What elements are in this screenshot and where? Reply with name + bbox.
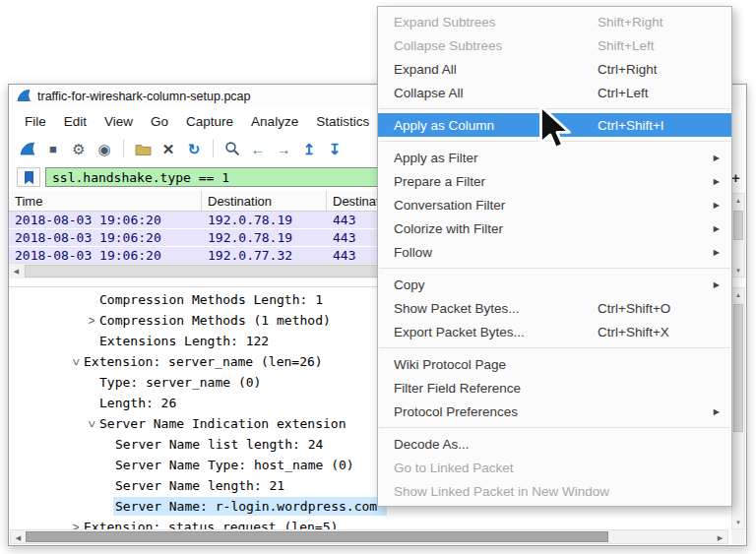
collapsed-expander-icon[interactable] (84, 314, 99, 328)
context-menu: Expand SubtreesShift+Right Collapse Subt… (377, 6, 732, 507)
capture-options-icon[interactable]: ⚙ (70, 139, 88, 158)
find-packet-icon[interactable] (223, 139, 241, 158)
cell-time: 2018-08-03 19:06:20 (9, 247, 202, 263)
reload-icon[interactable]: ↻ (185, 139, 203, 158)
submenu-arrow-icon: ▶ (710, 280, 720, 289)
menu-item-filter-field-reference[interactable]: Filter Field Reference (378, 376, 731, 400)
submenu-arrow-icon: ▶ (710, 201, 720, 210)
menu-item-prepare-a-filter[interactable]: Prepare a Filter▶ (378, 169, 731, 193)
open-file-icon[interactable] (134, 139, 152, 158)
menu-item-collapse-subtrees[interactable]: Collapse SubtreesShift+Left (378, 33, 731, 57)
cell-time: 2018-08-03 19:06:20 (9, 212, 202, 228)
menu-item-apply-as-filter[interactable]: Apply as Filter▶ (378, 146, 731, 169)
submenu-arrow-icon: ▶ (710, 224, 720, 233)
cell-destination: 192.0.78.19 (202, 212, 327, 228)
menu-item-expand-all[interactable]: Expand AllCtrl+Right (378, 57, 731, 81)
start-capture-icon[interactable] (19, 139, 36, 158)
menu-item-export-packet-bytes[interactable]: Export Packet Bytes...Ctrl+Shift+X (378, 320, 731, 343)
menu-separator (379, 347, 730, 348)
go-back-icon[interactable]: ← (249, 139, 267, 158)
column-header-time[interactable]: Time (9, 191, 202, 211)
go-forward-icon[interactable]: → (275, 139, 292, 158)
scroll-down-icon[interactable]: ▼ (732, 264, 744, 277)
wireshark-logo-icon (16, 88, 32, 106)
filter-bookmark-icon[interactable] (17, 167, 40, 187)
menu-statistics[interactable]: Statistics (307, 111, 378, 132)
stop-capture-icon[interactable]: ■ (44, 139, 62, 158)
detail-hscrollbar[interactable]: ◀ ▶ (10, 529, 728, 544)
menu-item-go-to-linked-packet[interactable]: Go to Linked Packet (378, 456, 731, 479)
column-header-destination[interactable]: Destination (202, 191, 327, 211)
menu-item-protocol-preferences[interactable]: Protocol Preferences▶ (378, 400, 731, 423)
menu-item-copy[interactable]: Copy▶ (378, 273, 731, 296)
go-last-icon[interactable]: ↧ (326, 139, 344, 158)
menu-view[interactable]: View (95, 111, 142, 132)
toolbar-separator (123, 140, 124, 157)
go-first-icon[interactable]: ↥ (300, 139, 318, 158)
scroll-left-icon[interactable]: ◀ (9, 264, 24, 278)
scrollbar-corner (731, 529, 745, 544)
menu-capture[interactable]: Capture (177, 111, 242, 132)
menu-item-wiki-protocol-page[interactable]: Wiki Protocol Page (378, 352, 731, 376)
menu-separator (379, 141, 730, 142)
menu-item-conversation-filter[interactable]: Conversation Filter▶ (378, 193, 731, 216)
close-file-icon[interactable]: ✕ (159, 139, 177, 158)
menu-analyze[interactable]: Analyze (242, 111, 307, 132)
menu-item-expand-subtrees[interactable]: Expand SubtreesShift+Right (378, 10, 731, 33)
scrollbar-thumb[interactable] (733, 211, 743, 240)
expanded-expander-icon[interactable] (68, 355, 84, 369)
submenu-arrow-icon: ▶ (710, 177, 720, 186)
cell-destination: 192.0.77.32 (202, 247, 327, 263)
window-title: traffic-for-wireshark-column-setup.pcap (37, 90, 251, 103)
menu-item-follow[interactable]: Follow▶ (378, 240, 731, 264)
scroll-down-icon[interactable]: ▼ (732, 516, 744, 528)
cell-time: 2018-08-03 19:06:20 (9, 229, 202, 246)
menu-item-decode-as[interactable]: Decode As... (378, 432, 731, 456)
submenu-arrow-icon: ▶ (710, 248, 720, 257)
menu-go[interactable]: Go (142, 111, 177, 132)
tree-item-extension-status-request[interactable]: Extension: status_request (len=5) (9, 517, 731, 530)
scroll-left-icon[interactable]: ◀ (11, 530, 26, 545)
menu-item-show-packet-bytes[interactable]: Show Packet Bytes...Ctrl+Shift+O (378, 296, 731, 320)
menu-separator (379, 268, 730, 269)
menu-file[interactable]: File (16, 111, 55, 132)
menu-item-collapse-all[interactable]: Collapse AllCtrl+Left (378, 81, 731, 104)
submenu-arrow-icon: ▶ (710, 407, 720, 416)
restart-capture-icon[interactable]: ◉ (95, 139, 113, 158)
scroll-right-icon[interactable]: ▶ (713, 530, 727, 545)
detail-vscrollbar[interactable]: ▲ ▼ (731, 287, 745, 529)
scroll-up-icon[interactable]: ▲ (732, 194, 744, 207)
menu-item-show-linked-packet-in-new-window[interactable]: Show Linked Packet in New Window (378, 479, 731, 503)
cell-destination: 192.0.78.19 (202, 229, 327, 246)
packet-list-vscrollbar[interactable]: ▲ ▼ (731, 193, 745, 277)
menu-edit[interactable]: Edit (55, 111, 95, 132)
expanded-expander-icon[interactable] (84, 417, 99, 431)
scrollbar-thumb[interactable] (733, 304, 743, 432)
menu-separator (379, 427, 730, 428)
scrollbar-thumb[interactable] (26, 531, 608, 542)
scroll-up-icon[interactable]: ▲ (732, 288, 744, 301)
menu-item-colorize-with-filter[interactable]: Colorize with Filter▶ (378, 216, 731, 240)
screen: traffic-for-wireshark-column-setup.pcap … (0, 0, 756, 554)
menu-separator (379, 108, 730, 109)
submenu-arrow-icon: ▶ (710, 154, 720, 162)
menu-item-apply-as-column[interactable]: Apply as ColumnCtrl+Shift+I (378, 113, 731, 137)
toolbar-separator (213, 140, 214, 157)
